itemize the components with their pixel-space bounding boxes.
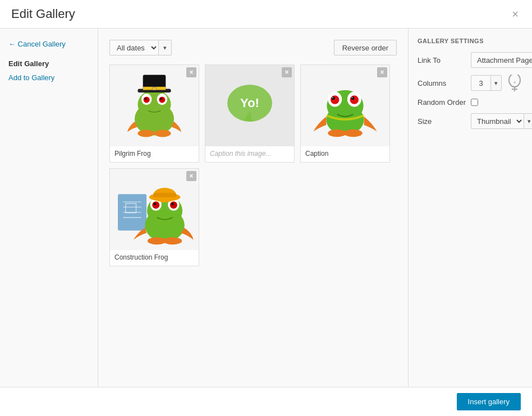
random-order-checkbox[interactable] — [471, 99, 478, 106]
gallery-item-caption: Caption — [301, 146, 389, 158]
sidebar-section-title: Edit Gallery — [8, 59, 89, 68]
pilgrim-frog-image — [121, 72, 188, 140]
svg-point-4 — [144, 96, 150, 103]
modal-close-button[interactable]: × — [510, 8, 521, 20]
date-filter-select[interactable]: All dates — [109, 40, 158, 56]
svg-text:Yo!: Yo! — [240, 96, 259, 110]
remove-item-button[interactable]: × — [186, 171, 196, 181]
gallery-item-image: Yo! — [205, 65, 294, 146]
modal-body: ← Cancel Gallery Edit Gallery Add to Gal… — [0, 29, 532, 387]
columns-row: Columns ▾ — [418, 75, 523, 91]
gallery-item-image — [110, 169, 199, 250]
svg-point-22 — [350, 95, 359, 104]
svg-point-24 — [351, 96, 355, 100]
random-order-label: Random Order — [418, 98, 471, 107]
svg-point-51 — [513, 81, 516, 84]
modal-footer: Insert gallery — [0, 387, 532, 416]
insert-gallery-button[interactable]: Insert gallery — [457, 393, 521, 410]
columns-arrow[interactable]: ▾ — [490, 75, 502, 91]
gallery-item: × — [109, 64, 199, 163]
columns-label: Columns — [418, 79, 471, 87]
cursor-icon — [506, 75, 523, 91]
gallery-grid: × — [109, 64, 397, 266]
columns-input[interactable] — [471, 75, 491, 91]
reverse-order-button[interactable]: Reverse order — [334, 40, 397, 56]
svg-point-48 — [509, 75, 520, 87]
gallery-item-caption-placeholder: Caption this image... — [205, 146, 294, 158]
size-label: Size — [418, 117, 471, 126]
settings-panel-title: GALLERY SETTINGS — [418, 38, 523, 44]
date-filter-wrapper: All dates ▾ — [109, 40, 172, 56]
settings-panel: GALLERY SETTINGS Link To Attachment Page… — [409, 29, 532, 387]
construction-frog-image — [115, 173, 194, 246]
svg-point-27 — [328, 129, 346, 136]
size-select[interactable]: Thumbnail — [471, 113, 524, 129]
add-to-gallery-link[interactable]: Add to Gallery — [8, 73, 89, 82]
modal-title: Edit Gallery — [11, 7, 75, 21]
gallery-item-caption: Construction Frog — [110, 250, 199, 261]
size-arrow[interactable]: ▾ — [524, 113, 532, 129]
svg-point-25 — [332, 97, 333, 98]
random-order-row: Random Order — [418, 98, 523, 107]
toolbar: All dates ▾ Reverse order — [109, 40, 397, 56]
modal-header: Edit Gallery × — [0, 0, 532, 29]
gallery-item-image — [110, 65, 199, 146]
svg-point-1 — [137, 90, 171, 119]
main-content: All dates ▾ Reverse order × — [98, 29, 409, 387]
remove-item-button[interactable]: × — [282, 67, 292, 77]
svg-point-41 — [154, 202, 157, 205]
svg-point-13 — [154, 130, 171, 137]
date-dropdown-button[interactable]: ▾ — [158, 40, 172, 56]
svg-point-40 — [170, 201, 177, 209]
link-to-select[interactable]: Attachment Page — [471, 52, 532, 68]
gallery-item: × Yo! Caption this image... — [205, 64, 295, 163]
svg-point-21 — [331, 95, 339, 104]
svg-point-5 — [159, 96, 165, 103]
gallery-item-image — [301, 65, 389, 146]
svg-point-23 — [332, 96, 335, 100]
remove-item-button[interactable]: × — [186, 67, 196, 77]
svg-point-12 — [137, 130, 154, 137]
svg-rect-45 — [153, 193, 176, 197]
remove-item-button[interactable]: × — [377, 67, 387, 77]
yo-bubble-image: Yo! — [222, 78, 278, 134]
size-row: Size Thumbnail ▾ — [418, 113, 523, 129]
svg-point-6 — [144, 98, 146, 100]
svg-point-47 — [163, 237, 182, 244]
cancel-gallery-link[interactable]: ← Cancel Gallery — [8, 40, 89, 48]
gallery-item: × — [109, 168, 199, 266]
red-frog-image — [309, 72, 382, 140]
svg-point-26 — [352, 97, 353, 98]
link-to-label: Link To — [418, 56, 471, 64]
link-to-row: Link To Attachment Page ▾ — [418, 52, 523, 68]
sidebar: ← Cancel Gallery Edit Gallery Add to Gal… — [0, 29, 98, 387]
svg-point-28 — [344, 129, 363, 136]
svg-point-7 — [160, 98, 162, 100]
svg-rect-11 — [152, 87, 156, 90]
gallery-item-caption: Pilgrim Frog — [110, 146, 199, 158]
svg-point-42 — [171, 202, 174, 205]
svg-point-39 — [152, 201, 159, 209]
gallery-item: × — [300, 64, 390, 163]
modal-wrapper: Edit Gallery × ← Cancel Gallery Edit Gal… — [0, 0, 532, 416]
